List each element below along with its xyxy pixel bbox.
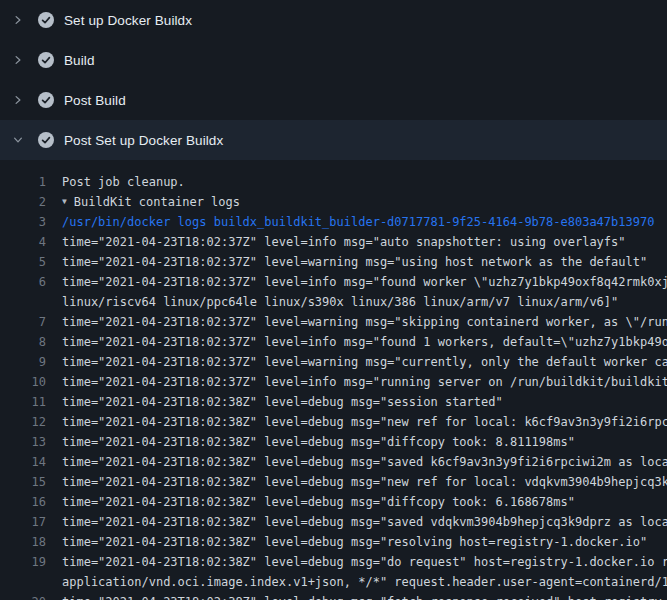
step-label: Build	[64, 53, 95, 68]
log-line: 14time="2021-04-23T18:02:38Z" level=debu…	[0, 452, 667, 472]
line-number[interactable]: 13	[0, 432, 46, 452]
log-line: 15time="2021-04-23T18:02:38Z" level=debu…	[0, 472, 667, 492]
log-line: 19time="2021-04-23T18:02:38Z" level=debu…	[0, 552, 667, 572]
log-line: 7time="2021-04-23T18:02:37Z" level=warni…	[0, 312, 667, 332]
log-line: 2▼BuildKit container logs	[0, 192, 667, 212]
log-line: 13time="2021-04-23T18:02:38Z" level=debu…	[0, 432, 667, 452]
log-line-continuation: linux/riscv64 linux/ppc64le linux/s390x …	[0, 292, 667, 312]
log-command-text: /usr/bin/docker logs buildx_buildkit_bui…	[46, 212, 654, 232]
chevron-down-icon	[12, 133, 30, 147]
log-line: 4time="2021-04-23T18:02:37Z" level=info …	[0, 232, 667, 252]
log-line: 17time="2021-04-23T18:02:38Z" level=debu…	[0, 512, 667, 532]
check-circle-icon	[38, 92, 54, 108]
step-header-set-up-docker-buildx[interactable]: Set up Docker Buildx	[0, 0, 667, 40]
step-header-build[interactable]: Build	[0, 40, 667, 80]
log-group-title: BuildKit container logs	[74, 195, 240, 209]
line-number[interactable]: 15	[0, 472, 46, 492]
line-number[interactable]: 3	[0, 212, 46, 232]
log-text: application/vnd.oci.image.index.v1+json,…	[46, 572, 667, 592]
log-text: time="2021-04-23T18:02:37Z" level=info m…	[46, 332, 667, 352]
log-text: linux/riscv64 linux/ppc64le linux/s390x …	[46, 292, 618, 312]
log-text: time="2021-04-23T18:02:37Z" level=info m…	[46, 232, 626, 252]
log-line: 3/usr/bin/docker logs buildx_buildkit_bu…	[0, 212, 667, 232]
log-line: 18time="2021-04-23T18:02:38Z" level=debu…	[0, 532, 667, 552]
line-number[interactable]: 8	[0, 332, 46, 352]
triangle-down-icon: ▼	[62, 192, 67, 212]
log-text: time="2021-04-23T18:02:38Z" level=debug …	[46, 532, 647, 552]
log-line: 5time="2021-04-23T18:02:37Z" level=warni…	[0, 252, 667, 272]
log-text: time="2021-04-23T18:02:38Z" level=debug …	[46, 472, 667, 492]
log-lines: 1Post job cleanup.2▼BuildKit container l…	[0, 160, 667, 600]
line-number[interactable]: 12	[0, 412, 46, 432]
log-text: Post job cleanup.	[46, 172, 185, 192]
step-label: Set up Docker Buildx	[64, 13, 192, 28]
log-line: 9time="2021-04-23T18:02:37Z" level=warni…	[0, 352, 667, 372]
log-line: 12time="2021-04-23T18:02:38Z" level=debu…	[0, 412, 667, 432]
log-text: time="2021-04-23T18:02:37Z" level=warnin…	[46, 352, 667, 372]
log-line-continuation: application/vnd.oci.image.index.v1+json,…	[0, 572, 667, 592]
check-circle-icon	[38, 12, 54, 28]
log-text: time="2021-04-23T18:02:38Z" level=debug …	[46, 412, 667, 432]
line-number[interactable]	[0, 292, 46, 312]
log-line: 1Post job cleanup.	[0, 172, 667, 192]
log-line: 20time="2021-04-23T18:02:38Z" level=debu…	[0, 592, 667, 600]
log-text: time="2021-04-23T18:02:37Z" level=warnin…	[46, 252, 647, 272]
step-label: Post Build	[64, 93, 126, 108]
chevron-right-icon	[12, 13, 30, 27]
check-circle-icon	[38, 52, 54, 68]
log-text: time="2021-04-23T18:02:38Z" level=debug …	[46, 432, 575, 452]
line-number[interactable]: 5	[0, 252, 46, 272]
actions-log-viewer: Set up Docker BuildxBuildPost BuildPost …	[0, 0, 667, 600]
line-number[interactable]: 19	[0, 552, 46, 572]
line-number[interactable]: 7	[0, 312, 46, 332]
log-line: 16time="2021-04-23T18:02:38Z" level=debu…	[0, 492, 667, 512]
line-number[interactable]	[0, 572, 46, 592]
line-number[interactable]: 14	[0, 452, 46, 472]
line-number[interactable]: 1	[0, 172, 46, 192]
log-group-toggle[interactable]: ▼BuildKit container logs	[46, 192, 240, 212]
log-text: time="2021-04-23T18:02:37Z" level=warnin…	[46, 312, 667, 332]
check-circle-icon	[38, 132, 54, 148]
line-number[interactable]: 2	[0, 192, 46, 212]
line-number[interactable]: 6	[0, 272, 46, 292]
log-line: 11time="2021-04-23T18:02:38Z" level=debu…	[0, 392, 667, 412]
log-text: time="2021-04-23T18:02:37Z" level=info m…	[46, 372, 667, 392]
steps-list: Set up Docker BuildxBuildPost BuildPost …	[0, 0, 667, 160]
line-number[interactable]: 18	[0, 532, 46, 552]
chevron-right-icon	[12, 53, 30, 67]
line-number[interactable]: 16	[0, 492, 46, 512]
log-text: time="2021-04-23T18:02:38Z" level=debug …	[46, 392, 503, 412]
line-number[interactable]: 4	[0, 232, 46, 252]
line-number[interactable]: 9	[0, 352, 46, 372]
log-text: time="2021-04-23T18:02:38Z" level=debug …	[46, 552, 667, 572]
log-text: time="2021-04-23T18:02:38Z" level=debug …	[46, 512, 667, 532]
step-header-post-set-up-docker-buildx[interactable]: Post Set up Docker Buildx	[0, 120, 667, 160]
log-text: time="2021-04-23T18:02:38Z" level=debug …	[46, 452, 667, 472]
line-number[interactable]: 10	[0, 372, 46, 392]
line-number[interactable]: 20	[0, 592, 46, 600]
chevron-right-icon	[12, 93, 30, 107]
line-number[interactable]: 17	[0, 512, 46, 532]
step-header-post-build[interactable]: Post Build	[0, 80, 667, 120]
line-number[interactable]: 11	[0, 392, 46, 412]
log-line: 10time="2021-04-23T18:02:37Z" level=info…	[0, 372, 667, 392]
log-text: time="2021-04-23T18:02:37Z" level=info m…	[46, 272, 667, 292]
log-line: 6time="2021-04-23T18:02:37Z" level=info …	[0, 272, 667, 292]
log-text: time="2021-04-23T18:02:38Z" level=debug …	[46, 592, 667, 600]
log-line: 8time="2021-04-23T18:02:37Z" level=info …	[0, 332, 667, 352]
log-text: time="2021-04-23T18:02:38Z" level=debug …	[46, 492, 575, 512]
step-label: Post Set up Docker Buildx	[64, 133, 223, 148]
